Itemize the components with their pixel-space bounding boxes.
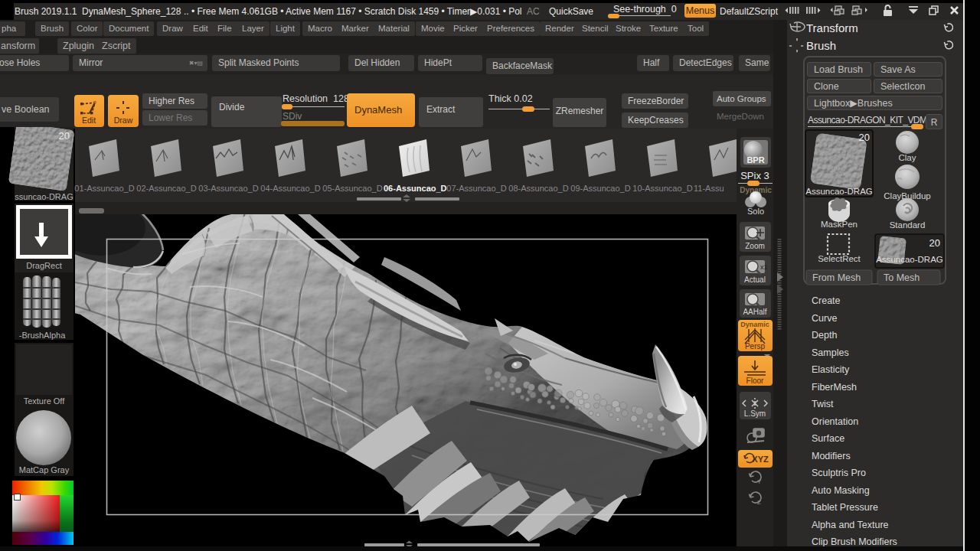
svg-text:20: 20 [59,130,70,142]
svg-text:To Mesh: To Mesh [884,272,920,283]
svg-text:20: 20 [929,237,940,249]
svg-text:Clay: Clay [898,153,916,162]
svg-text:Assuncao-DRAG: Assuncao-DRAG [876,255,943,264]
svg-text:x1: x1 [760,263,768,271]
svg-text:Floor: Floor [746,377,764,385]
svg-text:Dynamic: Dynamic [740,321,769,328]
svg-text:L.Sym: L.Sym [744,409,766,418]
svg-text:MaskPen: MaskPen [821,220,858,229]
svg-text:From Mesh: From Mesh [812,272,861,283]
svg-text:Draw: Draw [114,116,133,125]
svg-text:Solo: Solo [747,207,764,216]
svg-text:Persp: Persp [745,342,766,350]
svg-text:AAHalf: AAHalf [743,308,766,316]
svg-text:Actual: Actual [744,276,766,284]
svg-text:BPR: BPR [746,155,764,165]
svg-text:Assuncao-DRAG: Assuncao-DRAG [805,187,873,196]
svg-text:SelectRect: SelectRect [818,254,861,263]
svg-text:SPix 3: SPix 3 [740,170,769,181]
svg-text:Standard: Standard [890,220,926,230]
svg-text:Zoom: Zoom [745,242,765,250]
svg-text:20: 20 [859,132,870,143]
svg-text:XYZ: XYZ [752,455,769,464]
svg-text:Edit: Edit [82,116,96,125]
svg-text:Z: Z [757,499,761,506]
svg-text:Y: Y [757,478,762,485]
